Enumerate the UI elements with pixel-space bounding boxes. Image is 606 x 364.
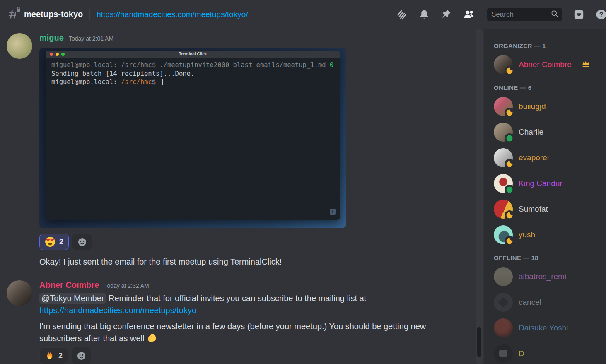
channel-header: meetups-tokyo https://handmadecities.com…	[0, 0, 606, 29]
avatar[interactable]	[7, 33, 32, 59]
avatar[interactable]	[7, 280, 32, 306]
idle-status-icon	[505, 66, 514, 76]
member-name: evaporei	[519, 153, 549, 162]
avatar	[494, 293, 513, 312]
member-list-toggle-icon[interactable]	[463, 9, 474, 20]
locked-channel-hash-icon	[7, 8, 20, 21]
member-row-yush[interactable]: yush	[494, 225, 603, 244]
message-author[interactable]: migue	[39, 33, 64, 43]
avatar	[494, 123, 513, 142]
member-name: Charlie	[519, 128, 543, 137]
reaction-heart-eyes[interactable]: 2	[39, 234, 69, 250]
member-row-evaporei[interactable]: evaporei	[494, 148, 603, 167]
reaction-count: 2	[59, 238, 63, 246]
member-name: cancel	[519, 298, 541, 307]
terminal-window: Terminal Click miguel@mpb.local:~/src/hm…	[46, 51, 340, 220]
member-section-label: OFFLINE — 18	[494, 254, 603, 261]
terminal-screenshot-attachment[interactable]: Terminal Click miguel@mpb.local:~/src/hm…	[39, 48, 346, 228]
idle-status-icon	[505, 236, 514, 246]
member-list: ORGANIZER — 1 Abner Coimbre ONLINE — 6	[484, 29, 606, 364]
avatar	[494, 97, 513, 116]
header-divider	[89, 9, 90, 20]
svg-text:?: ?	[599, 11, 604, 18]
avatar	[494, 174, 513, 193]
reactions-row: 2	[39, 234, 477, 250]
message-timestamp: Today at 2:01 AM	[69, 35, 113, 42]
lock-icon	[16, 7, 21, 12]
threads-icon[interactable]	[396, 9, 407, 20]
terminal-output: miguel@mpb.local:~/src/hmc$ ./meetupinvi…	[46, 58, 340, 90]
reactions-row: 2	[39, 347, 477, 364]
avatar	[494, 200, 513, 219]
member-row-partial[interactable]: D	[494, 344, 603, 363]
member-name: Daisuke Yoshi	[519, 323, 568, 333]
owner-crown-icon	[582, 60, 590, 69]
member-row-cancel[interactable]: cancel	[494, 293, 603, 312]
avatar	[494, 225, 513, 244]
reaction-count: 2	[58, 352, 63, 360]
notifications-bell-icon[interactable]	[418, 9, 430, 20]
heart-eyes-emoji	[45, 236, 56, 247]
member-row-buiiugjd[interactable]: buiiugjd	[494, 97, 603, 116]
message-text: Okay! I just sent the email for the firs…	[39, 256, 477, 268]
chat-scrollbar[interactable]	[476, 29, 483, 364]
chat-message: Abner Coimbre Today at 2:32 AM @Tokyo Me…	[0, 280, 484, 364]
idle-status-icon	[505, 108, 514, 118]
chat-messages-area: migue Today at 2:01 AM Terminal Click	[0, 29, 484, 364]
member-name: D	[519, 349, 524, 358]
idle-status-icon	[505, 159, 514, 169]
terminal-scroll-grip	[330, 209, 336, 215]
search-input[interactable]	[491, 10, 550, 19]
message-link[interactable]: https://handmadecities.com/meetups/tokyo	[39, 306, 196, 315]
online-status-icon	[505, 185, 514, 195]
message-timestamp: Today at 2:32 AM	[104, 282, 149, 289]
avatar	[494, 318, 513, 337]
flexed-biceps-emoji	[147, 333, 157, 343]
member-row-sumofat[interactable]: Sumofat	[494, 200, 603, 219]
member-row-albatros-remi[interactable]: albatros_remi	[494, 267, 603, 286]
message-author[interactable]: Abner Coimbre	[39, 280, 99, 290]
avatar	[494, 148, 513, 167]
channel-topic-link[interactable]: https://handmadecities.com/meetups/tokyo…	[97, 10, 248, 19]
avatar	[494, 55, 513, 74]
member-name: yush	[519, 230, 535, 239]
member-name: albatros_remi	[519, 272, 566, 281]
avatar	[494, 267, 513, 286]
scrollbar-thumb[interactable]	[477, 327, 481, 357]
member-name: buiiugjd	[519, 102, 546, 111]
message-text: @Tokyo Member Reminder that for official…	[39, 292, 427, 316]
online-status-icon	[505, 133, 514, 143]
role-mention[interactable]: @Tokyo Member	[39, 293, 106, 304]
search-box[interactable]	[487, 8, 562, 21]
search-icon	[550, 10, 559, 19]
pinned-messages-icon[interactable]	[441, 9, 452, 20]
member-name: Sumofat	[519, 205, 548, 214]
member-row-king-candur[interactable]: King Candur	[494, 174, 603, 193]
member-section-label: ONLINE — 6	[494, 84, 603, 91]
member-row-charlie[interactable]: Charlie	[494, 123, 603, 142]
idle-status-icon	[505, 210, 514, 220]
member-row-abner[interactable]: Abner Coimbre	[494, 55, 603, 74]
terminal-cursor	[162, 79, 163, 85]
member-section-label: ORGANIZER — 1	[494, 42, 603, 49]
reaction-fire[interactable]: 2	[39, 347, 68, 364]
fire-emoji	[45, 350, 55, 361]
terminal-titlebar: Terminal Click	[46, 51, 340, 58]
member-name: King Candur	[519, 179, 563, 188]
avatar	[494, 344, 513, 363]
inbox-icon[interactable]	[573, 9, 584, 20]
member-name: Abner Coimbre	[519, 60, 572, 69]
add-reaction-button[interactable]	[72, 347, 91, 364]
channel-name: meetups-tokyo	[24, 10, 83, 19]
add-reaction-button[interactable]	[72, 234, 92, 250]
chat-message: migue Today at 2:01 AM Terminal Click	[0, 33, 484, 268]
member-row-daisuke-yoshi[interactable]: Daisuke Yoshi	[494, 318, 603, 337]
terminal-title: Terminal Click	[46, 52, 340, 56]
help-icon[interactable]: ?	[596, 9, 606, 20]
message-text: I'm sending that big conference newslett…	[39, 321, 449, 345]
